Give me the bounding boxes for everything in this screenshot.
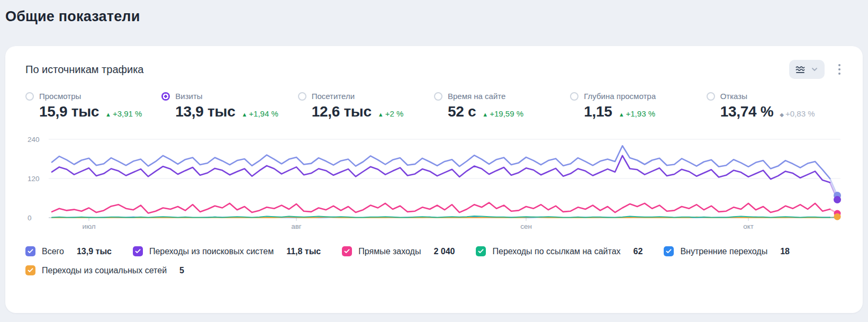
radio-selected-icon[interactable] [161,92,170,101]
chart-area: 0120240июлавгсенокт [25,130,843,234]
delta-up-badge: ▲+1,94 % [241,109,278,118]
metric-label[interactable]: Посетители [312,92,355,101]
metrics-row: Просмотры15,9 тыс▲+3,91 %Визиты13,9 тыс▲… [25,92,843,120]
series-line-links [52,216,830,218]
y-axis-tick-label: 120 [28,175,40,183]
metric-label[interactable]: Визиты [175,92,202,101]
legend-label: Переходы из поисковых систем [149,247,274,256]
checkbox-checked-icon[interactable] [342,246,352,256]
metric-value: 1,15 [584,103,612,120]
triangle-up-icon: ▲ [241,111,247,118]
checkbox-checked-icon[interactable] [664,246,674,256]
x-axis-month-label: окт [743,222,754,230]
radio-icon[interactable] [298,92,306,101]
legend-value: 13,9 тыс [77,247,112,256]
legend-item-direct[interactable]: Прямые заходы2 040 [342,246,455,256]
series-end-dot-social [834,213,841,220]
kebab-menu-button[interactable] [836,61,843,78]
page-title: Общие показатели [5,8,868,25]
chevron-down-icon [810,65,819,74]
legend-value: 62 [634,247,643,256]
metric-value: 13,74 % [720,103,774,120]
x-axis-month-label: июл [82,222,95,230]
series-end-dot-search [834,196,841,203]
legend-label: Прямые заходы [358,247,421,256]
legend-value: 5 [179,266,184,275]
x-axis-month-label: сен [520,222,532,230]
checkbox-checked-icon[interactable] [25,265,35,275]
delta-up-badge: ▲+19,59 % [482,109,523,118]
wave-lines-icon [795,64,806,75]
traffic-line-chart: 0120240июлавгсенокт [25,130,843,231]
legend-value: 11,8 тыс [286,247,321,256]
checkbox-checked-icon[interactable] [25,246,35,256]
legend-value: 2 040 [433,247,455,256]
chart-type-button[interactable] [789,60,825,79]
legend-label: Внутренние переходы [680,247,767,256]
metric-label[interactable]: Отказы [720,92,747,101]
triangle-up-icon: ▲ [378,111,384,118]
radio-icon[interactable] [570,92,578,101]
legend-item-search[interactable]: Переходы из поисковых систем11,8 тыс [133,246,321,256]
radio-icon[interactable] [25,92,34,101]
metric-3: Посетители12,6 тыс▲+2 % [298,92,434,120]
radio-icon[interactable] [707,92,715,101]
checkbox-checked-icon[interactable] [476,246,486,256]
kebab-menu-icon [838,64,840,66]
delta-up-badge: ▲+3,91 % [105,109,142,118]
metric-1: Просмотры15,9 тыс▲+3,91 % [25,92,161,120]
delta-up-badge: ▲+1,93 % [619,109,655,118]
traffic-sources-card: По источникам трафика Просмотры15,9 тыс▲… [5,46,863,313]
series-line-direct [52,203,830,213]
legend-value: 18 [780,247,790,256]
legend-item-social[interactable]: Переходы из социальных сетей5 [25,265,184,275]
metric-value: 52 с [448,103,476,120]
legend-item-links[interactable]: Переходы по ссылкам на сайтах62 [476,246,643,256]
triangle-up-icon: ▲ [482,111,488,118]
metric-value: 12,6 тыс [312,103,372,120]
y-axis-tick-label: 0 [28,214,32,222]
metric-5: Глубина просмотра1,15▲+1,93 % [570,92,706,120]
card-header: По источникам трафика [25,60,843,79]
diamond-icon: ◆ [780,112,784,118]
metric-6: Отказы13,74 %◆+0,83 % [707,92,843,120]
triangle-up-icon: ▲ [619,111,625,118]
legend-item-total[interactable]: Всего13,9 тыс [25,246,112,256]
delta-neutral-badge: ◆+0,83 % [780,109,815,118]
metric-4: Время на сайте52 с▲+19,59 % [434,92,570,120]
metric-label[interactable]: Время на сайте [448,92,505,101]
metric-2: Визиты13,9 тыс▲+1,94 % [161,92,297,120]
chart-legend: Всего13,9 тысПереходы из поисковых систе… [25,246,843,275]
legend-label: Переходы из социальных сетей [42,266,167,275]
metric-value: 13,9 тыс [175,103,235,120]
metric-label[interactable]: Глубина просмотра [584,92,656,101]
legend-item-internal[interactable]: Внутренние переходы18 [664,246,790,256]
checkbox-checked-icon[interactable] [133,246,143,256]
y-axis-tick-label: 240 [28,136,40,144]
metric-value: 15,9 тыс [39,103,99,120]
legend-label: Всего [42,247,64,256]
card-controls [789,60,843,79]
radio-icon[interactable] [434,92,442,101]
legend-label: Переходы по ссылкам на сайтах [492,247,620,256]
metric-label[interactable]: Просмотры [39,92,81,101]
card-title: По источникам трафика [25,64,143,76]
x-axis-month-label: авг [291,222,302,230]
triangle-up-icon: ▲ [105,111,111,118]
delta-up-badge: ▲+2 % [378,109,404,118]
